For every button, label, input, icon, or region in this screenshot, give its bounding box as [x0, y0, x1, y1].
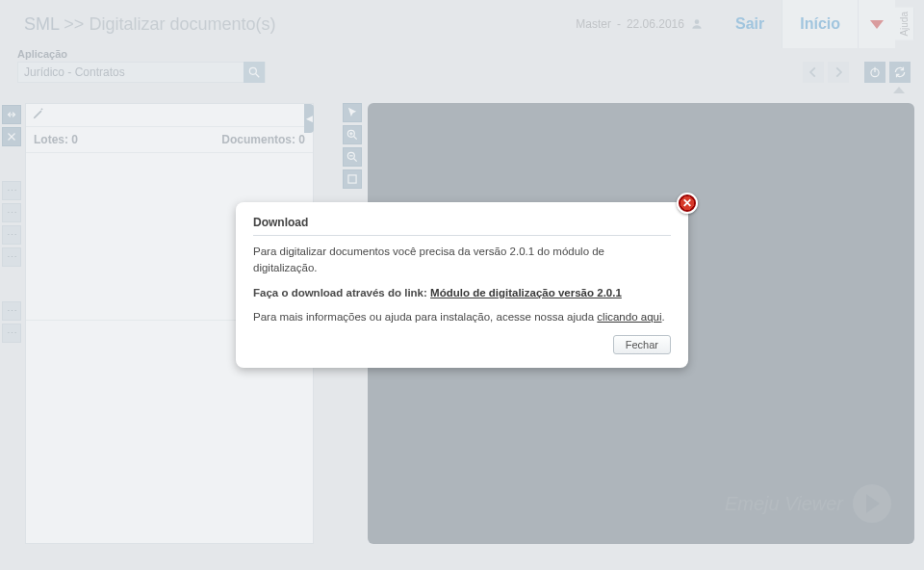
modal-body: Para digitalizar documentos você precisa… — [253, 244, 671, 325]
modal-overlay: ✕ Download Para digitalizar documentos v… — [0, 0, 924, 570]
modal-line-3-prefix: Para mais informações ou ajuda para inst… — [253, 311, 594, 323]
modal-divider — [253, 235, 671, 236]
modal-close-button[interactable]: ✕ — [677, 193, 698, 214]
modal-close-footer-button[interactable]: Fechar — [613, 335, 671, 354]
download-modal: ✕ Download Para digitalizar documentos v… — [236, 202, 688, 368]
modal-actions: Fechar — [253, 335, 671, 354]
help-link[interactable]: clicando aqui — [597, 311, 661, 323]
modal-line-2-prefix: Faça o download através do link: — [253, 287, 427, 298]
modal-title: Download — [253, 216, 671, 229]
modal-line-1: Para digitalizar documentos você precisa… — [253, 244, 671, 277]
modal-period: . — [662, 311, 665, 323]
close-icon: ✕ — [682, 196, 692, 210]
download-module-link[interactable]: Módulo de digitalização versão 2.0.1 — [430, 287, 622, 298]
